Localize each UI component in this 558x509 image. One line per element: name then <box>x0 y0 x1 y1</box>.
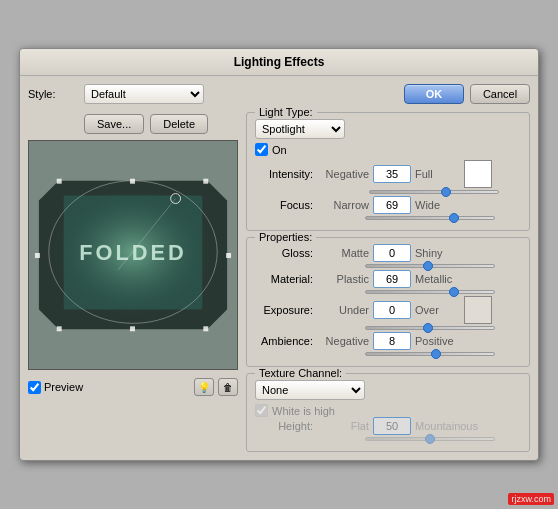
preview-footer: Preview 💡 🗑 <box>28 378 238 396</box>
gloss-slider-row <box>255 264 521 268</box>
lighting-effects-dialog: Lighting Effects Style: Default Flashlig… <box>19 48 539 461</box>
texture-channel-select[interactable]: None Red Green Blue <box>255 380 365 400</box>
focus-slider-row <box>255 216 521 220</box>
on-checkbox[interactable] <box>255 143 268 156</box>
exposure-label: Exposure: <box>255 304 313 316</box>
style-label: Style: <box>28 88 78 100</box>
dialog-title: Lighting Effects <box>20 49 538 76</box>
focus-label: Focus: <box>255 199 313 211</box>
light-type-row: Spotlight Omni Directional <box>255 119 521 139</box>
exposure-color-box[interactable] <box>464 296 492 324</box>
height-slider-row <box>255 437 521 441</box>
intensity-slider-row <box>255 190 521 194</box>
style-select[interactable]: Default Flashlight Flood Light Parallel … <box>84 84 204 104</box>
material-label: Material: <box>255 273 313 285</box>
ambience-right: Positive <box>415 335 460 347</box>
exposure-slider-row <box>255 326 521 330</box>
svg-rect-12 <box>203 326 208 331</box>
texture-channel-row: None Red Green Blue <box>255 380 521 400</box>
preview-canvas: FOLDED <box>28 140 238 370</box>
svg-rect-13 <box>35 253 40 258</box>
preview-checkbox-label[interactable]: Preview <box>28 381 83 394</box>
intensity-color-box[interactable] <box>464 160 492 188</box>
height-value <box>373 417 411 435</box>
focus-left: Narrow <box>317 199 369 211</box>
height-group: Height: Flat Mountainous <box>255 417 521 441</box>
style-row: Style: Default Flashlight Flood Light Pa… <box>28 84 238 104</box>
ambience-group: Ambience: Negative Positive <box>255 332 521 356</box>
gloss-left: Matte <box>317 247 369 259</box>
exposure-slider[interactable] <box>365 326 495 330</box>
ambience-slider[interactable] <box>365 352 495 356</box>
preview-icons: 💡 🗑 <box>194 378 238 396</box>
save-delete-row: Save... Delete <box>28 114 238 134</box>
light-type-section-label: Light Type: <box>255 106 317 118</box>
material-value[interactable] <box>373 270 411 288</box>
ambience-left: Negative <box>317 335 369 347</box>
svg-rect-14 <box>226 253 231 258</box>
intensity-left: Negative <box>317 168 369 180</box>
intensity-label: Intensity: <box>255 168 313 180</box>
material-slider[interactable] <box>365 290 495 294</box>
material-group: Material: Plastic Metallic <box>255 270 521 294</box>
exposure-right: Over <box>415 304 460 316</box>
material-right: Metallic <box>415 273 460 285</box>
cancel-button[interactable]: Cancel <box>470 84 530 104</box>
texture-section: Texture Channel: None Red Green Blue Whi… <box>246 373 530 452</box>
save-button[interactable]: Save... <box>84 114 144 134</box>
exposure-value[interactable] <box>373 301 411 319</box>
height-left: Flat <box>317 420 369 432</box>
trash-icon-button[interactable]: 🗑 <box>218 378 238 396</box>
exposure-group: Exposure: Under Over <box>255 296 521 330</box>
ambience-value[interactable] <box>373 332 411 350</box>
focus-slider[interactable] <box>365 216 495 220</box>
ambience-slider-row <box>255 352 521 356</box>
svg-text:FOLDED: FOLDED <box>79 240 186 265</box>
watermark: rjzxw.com <box>508 493 554 505</box>
material-left: Plastic <box>317 273 369 285</box>
light-type-select[interactable]: Spotlight Omni Directional <box>255 119 345 139</box>
left-panel: Style: Default Flashlight Flood Light Pa… <box>28 84 238 452</box>
gloss-slider[interactable] <box>365 264 495 268</box>
focus-value[interactable] <box>373 196 411 214</box>
bulb-icon-button[interactable]: 💡 <box>194 378 214 396</box>
svg-rect-11 <box>57 326 62 331</box>
ambience-label: Ambience: <box>255 335 313 347</box>
svg-rect-10 <box>203 179 208 184</box>
exposure-left: Under <box>317 304 369 316</box>
top-buttons: OK Cancel <box>246 84 530 104</box>
gloss-group: Gloss: Matte Shiny <box>255 244 521 268</box>
properties-section-label: Properties: <box>255 231 316 243</box>
white-is-high-row: White is high <box>255 404 521 417</box>
properties-section: Properties: Gloss: Matte Shiny <box>246 237 530 367</box>
intensity-right: Full <box>415 168 460 180</box>
ok-button[interactable]: OK <box>404 84 464 104</box>
gloss-right: Shiny <box>415 247 460 259</box>
svg-rect-16 <box>130 326 135 331</box>
preview-checkbox[interactable] <box>28 381 41 394</box>
svg-rect-9 <box>57 179 62 184</box>
right-panel: OK Cancel Light Type: Spotlight Omni Dir… <box>246 84 530 452</box>
preview-svg: FOLDED <box>29 141 237 369</box>
on-row: On <box>255 143 521 156</box>
focus-right: Wide <box>415 199 460 211</box>
on-label: On <box>272 144 287 156</box>
texture-section-label: Texture Channel: <box>255 367 346 379</box>
height-slider <box>365 437 495 441</box>
delete-button[interactable]: Delete <box>150 114 208 134</box>
height-label: Height: <box>255 420 313 432</box>
gloss-label: Gloss: <box>255 247 313 259</box>
white-is-high-label: White is high <box>272 405 335 417</box>
focus-group: Focus: Narrow Wide <box>255 196 521 220</box>
intensity-group: Intensity: Negative Full <box>255 160 521 194</box>
svg-rect-15 <box>130 179 135 184</box>
intensity-slider[interactable] <box>369 190 499 194</box>
preview-label: Preview <box>44 381 83 393</box>
height-right: Mountainous <box>415 420 478 432</box>
light-type-section: Light Type: Spotlight Omni Directional O… <box>246 112 530 231</box>
intensity-value[interactable] <box>373 165 411 183</box>
white-is-high-checkbox <box>255 404 268 417</box>
gloss-value[interactable] <box>373 244 411 262</box>
material-slider-row <box>255 290 521 294</box>
